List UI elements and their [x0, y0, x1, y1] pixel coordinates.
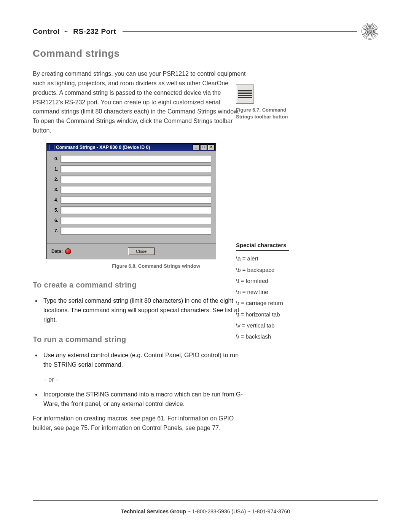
footer-rule: [33, 500, 378, 501]
special-char-item: \r = carriage return: [236, 299, 320, 307]
runhead-part2: RS-232 Port: [73, 27, 116, 35]
run-bullet-2: Incorporate the STRING command into a ma…: [33, 390, 246, 409]
special-characters-sidebar: Special characters \a = alert \b = backs…: [236, 241, 320, 343]
page-number-medallion: 81: [362, 23, 378, 40]
special-char-item: \t = horizontal tab: [236, 310, 320, 319]
figure-caption-toolbar: Figure 6.7. Command Strings toolbar butt…: [236, 107, 304, 120]
command-row: 7.: [51, 227, 211, 235]
runhead-sep: ~: [64, 27, 69, 35]
window-icon: [49, 145, 54, 150]
window-title: Command Strings - XAP 800 0 (Device ID 0…: [56, 144, 150, 151]
command-input-4[interactable]: [61, 196, 211, 204]
subhead-run: To run a command string: [33, 334, 246, 345]
run-bullet-1: Use any external control device (e.g. Co…: [33, 351, 246, 370]
special-characters-rule: [236, 250, 289, 251]
command-row: 1.: [51, 165, 211, 173]
data-status-icon: [65, 248, 71, 254]
page-footer: Technical Services Group ~ 1-800-283-593…: [33, 500, 378, 516]
command-row: 3.: [51, 186, 211, 193]
command-rows: 0. 1. 2. 3. 4. 5. 6. 7.: [47, 151, 216, 240]
footer-rest: ~ 1-800-283-5936 (USA) ~ 1-801-974-3760: [188, 508, 290, 514]
footer-group: Technical Services Group: [121, 508, 186, 514]
command-row: 0.: [51, 155, 211, 163]
running-head: Control ~ RS-232 Port 81: [33, 23, 378, 39]
command-input-6[interactable]: [61, 217, 211, 224]
data-label: Data:: [51, 248, 63, 255]
section-title: Command strings: [33, 46, 246, 61]
command-window-footer: Data: Close: [47, 243, 216, 259]
special-char-item: \\ = backslash: [236, 332, 320, 341]
figure-toolbar-button: Figure 6.7. Command Strings toolbar butt…: [236, 85, 335, 120]
more-info-paragraph: For information on creating macros, see …: [33, 414, 246, 433]
close-x-button[interactable]: ×: [208, 144, 215, 150]
maximize-button[interactable]: □: [200, 144, 207, 150]
command-row: 5.: [51, 206, 211, 214]
command-row: 6.: [51, 217, 211, 224]
command-input-3[interactable]: [61, 186, 211, 193]
page-number: 81: [366, 26, 374, 37]
minimize-button[interactable]: _: [193, 144, 199, 150]
command-row: 2.: [51, 176, 211, 183]
command-row: 4.: [51, 196, 211, 204]
special-characters-title: Special characters: [236, 241, 320, 249]
special-char-item: \v = vertical tab: [236, 321, 320, 330]
command-strings-window: Command Strings - XAP 800 0 (Device ID 0…: [46, 143, 216, 259]
command-input-7[interactable]: [61, 227, 211, 235]
command-input-1[interactable]: [61, 165, 211, 173]
command-input-0[interactable]: [61, 155, 211, 163]
create-bullet: Type the serial command string (limit 80…: [33, 296, 246, 324]
or-separator: – or –: [33, 375, 246, 385]
titlebar[interactable]: Command Strings - XAP 800 0 (Device ID 0…: [47, 144, 216, 151]
special-char-item: \b = backspace: [236, 265, 320, 274]
runhead-part1: Control: [33, 27, 60, 35]
special-char-item: \n = new line: [236, 288, 320, 296]
special-char-item: \f = formfeed: [236, 276, 320, 285]
intro-paragraph: By creating command strings, you can use…: [33, 69, 246, 136]
figure-caption-window: Figure 6.8. Command Strings window: [46, 262, 200, 270]
close-button[interactable]: Close: [128, 248, 155, 255]
command-strings-toolbar-button[interactable]: [236, 85, 254, 104]
special-char-item: \a = alert: [236, 254, 320, 263]
command-input-2[interactable]: [61, 176, 211, 183]
running-head-rule: [123, 31, 357, 32]
running-head-title: Control ~ RS-232 Port: [33, 26, 116, 37]
command-input-5[interactable]: [61, 206, 211, 214]
subhead-create: To create a command string: [33, 279, 246, 291]
figure-command-strings-window: Command Strings - XAP 800 0 (Device ID 0…: [46, 143, 215, 270]
